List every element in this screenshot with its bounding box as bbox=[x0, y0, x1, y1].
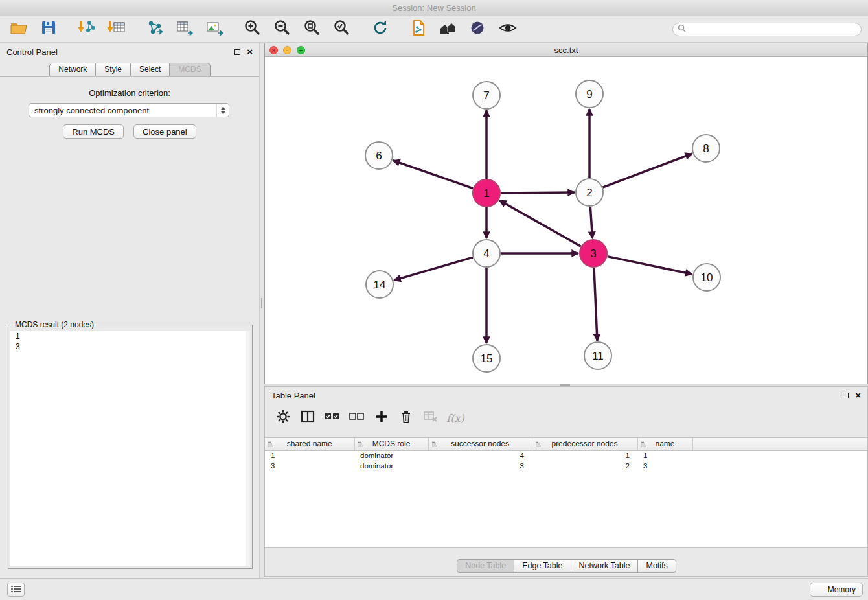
refresh-button[interactable] bbox=[368, 18, 393, 40]
tab-style[interactable]: Style bbox=[95, 63, 131, 76]
network-node-11[interactable]: 11 bbox=[584, 342, 611, 369]
float-panel-icon[interactable] bbox=[234, 49, 240, 55]
import-network-button[interactable] bbox=[74, 18, 99, 40]
network-edge-2-3[interactable] bbox=[590, 207, 592, 238]
table-row[interactable]: 3dominator323 bbox=[265, 461, 867, 471]
memory-button[interactable]: Memory bbox=[810, 583, 863, 597]
control-panel: Control Panel × Network Style Select MCD… bbox=[0, 43, 259, 578]
table-cell-successor-nodes[interactable]: 4 bbox=[428, 450, 532, 461]
delete-table-button[interactable] bbox=[422, 409, 440, 427]
close-panel-icon[interactable]: × bbox=[855, 391, 861, 400]
import-table-button[interactable] bbox=[104, 18, 129, 40]
network-edge-4-14[interactable] bbox=[394, 257, 473, 281]
show-hide-button[interactable] bbox=[496, 18, 520, 40]
network-edge-3-10[interactable] bbox=[608, 257, 692, 275]
close-panel-button[interactable]: Close panel bbox=[133, 124, 196, 139]
zoom-in-button[interactable] bbox=[240, 18, 265, 40]
function-builder-button[interactable]: f(x) bbox=[446, 409, 464, 427]
float-panel-icon[interactable] bbox=[843, 393, 849, 398]
tab-node-table[interactable]: Node Table bbox=[457, 559, 514, 573]
delete-column-button[interactable] bbox=[397, 409, 415, 427]
table-cell-successor-nodes[interactable]: 3 bbox=[428, 461, 532, 471]
search-box[interactable] bbox=[672, 23, 862, 36]
network-node-3[interactable]: 3 bbox=[580, 240, 607, 267]
network-graph[interactable]: 7968124314101511 bbox=[265, 57, 867, 384]
export-image-button[interactable] bbox=[202, 18, 227, 40]
home-neighbors-button[interactable] bbox=[436, 18, 461, 40]
deselect-all-rows-button[interactable] bbox=[348, 409, 366, 427]
titlebar[interactable]: Session: New Session bbox=[0, 0, 868, 16]
document-copy-icon bbox=[409, 18, 428, 40]
gear-icon bbox=[275, 409, 291, 427]
floppy-disk-icon bbox=[39, 18, 58, 40]
search-input[interactable] bbox=[689, 25, 856, 34]
network-edge-1-2[interactable] bbox=[501, 192, 575, 193]
table-cell-shared-name[interactable]: 3 bbox=[265, 461, 354, 471]
table-cell-predecessor-nodes[interactable]: 2 bbox=[532, 461, 637, 471]
tab-motifs[interactable]: Motifs bbox=[637, 559, 676, 573]
column-header-mcds-role[interactable]: MCDS role bbox=[354, 438, 428, 450]
table-cell-mcds-role[interactable]: dominator bbox=[354, 461, 428, 471]
table-settings-button[interactable] bbox=[274, 409, 292, 427]
select-all-rows-button[interactable] bbox=[323, 409, 341, 427]
table-cell-name[interactable]: 3 bbox=[637, 461, 692, 471]
zoom-fit-button[interactable] bbox=[300, 18, 325, 40]
table-cell-predecessor-nodes[interactable]: 1 bbox=[532, 450, 637, 461]
network-edge-2-8[interactable] bbox=[603, 154, 692, 187]
network-canvas[interactable]: 7968124314101511 bbox=[265, 57, 867, 384]
tab-select[interactable]: Select bbox=[130, 63, 170, 76]
table-cell-mcds-role[interactable]: dominator bbox=[354, 450, 428, 461]
new-network-button[interactable] bbox=[143, 18, 167, 40]
column-header-predecessor-nodes[interactable]: predecessor nodes bbox=[532, 438, 637, 450]
close-panel-icon[interactable]: × bbox=[247, 47, 253, 56]
tab-edge-table[interactable]: Edge Table bbox=[514, 559, 571, 573]
table-panel-title: Table Panel bbox=[271, 391, 315, 400]
save-session-button[interactable] bbox=[36, 18, 61, 40]
network-node-15[interactable]: 15 bbox=[473, 345, 500, 372]
mcds-result-list[interactable]: 13 bbox=[10, 331, 250, 566]
tab-network-table[interactable]: Network Table bbox=[571, 559, 639, 573]
network-edge-3-1[interactable] bbox=[499, 200, 581, 246]
network-node-9[interactable]: 9 bbox=[576, 80, 603, 108]
network-node-7[interactable]: 7 bbox=[473, 82, 500, 109]
minimize-window-button[interactable]: − bbox=[283, 46, 291, 54]
maximize-window-button[interactable]: + bbox=[297, 46, 305, 54]
network-node-2[interactable]: 2 bbox=[576, 179, 603, 206]
column-header-successor-nodes[interactable]: successor nodes bbox=[428, 438, 532, 450]
table-cell-shared-name[interactable]: 1 bbox=[265, 450, 354, 461]
task-history-button[interactable] bbox=[7, 583, 25, 597]
network-node-8[interactable]: 8 bbox=[692, 135, 720, 162]
run-mcds-button[interactable]: Run MCDS bbox=[63, 124, 124, 139]
network-node-1[interactable]: 1 bbox=[473, 179, 500, 207]
tab-network[interactable]: Network bbox=[49, 63, 96, 76]
network-edge-1-6[interactable] bbox=[393, 161, 474, 189]
column-header-filler bbox=[692, 438, 867, 450]
export-image-icon bbox=[205, 18, 224, 40]
add-column-button[interactable] bbox=[372, 409, 391, 427]
network-node-4[interactable]: 4 bbox=[473, 240, 500, 267]
zoom-selected-button[interactable] bbox=[330, 18, 354, 40]
show-columns-button[interactable] bbox=[299, 409, 317, 427]
network-node-6[interactable]: 6 bbox=[365, 142, 393, 169]
vertical-splitter[interactable] bbox=[259, 43, 264, 578]
style-button[interactable] bbox=[466, 18, 490, 40]
column-header-shared-name[interactable]: shared name bbox=[265, 438, 354, 450]
criterion-dropdown[interactable]: strongly connected component bbox=[29, 103, 229, 117]
open-session-button[interactable] bbox=[6, 18, 31, 40]
column-header-name[interactable]: name bbox=[637, 438, 692, 450]
network-window-titlebar[interactable]: × − + scc.txt bbox=[265, 43, 867, 57]
zoom-fit-icon bbox=[303, 18, 322, 40]
network-edge-3-11[interactable] bbox=[594, 268, 597, 341]
mcds-result-item[interactable]: 3 bbox=[10, 341, 246, 352]
close-window-button[interactable]: × bbox=[269, 46, 278, 54]
zoom-out-button[interactable] bbox=[270, 18, 295, 40]
network-node-10[interactable]: 10 bbox=[693, 264, 720, 291]
copy-document-button[interactable] bbox=[406, 18, 431, 40]
mcds-result-item[interactable]: 1 bbox=[10, 331, 246, 341]
table-cell-name[interactable]: 1 bbox=[637, 450, 692, 461]
control-panel-tabs: Network Style Select MCDS bbox=[0, 63, 259, 76]
table-row[interactable]: 1dominator411 bbox=[265, 450, 867, 461]
tab-mcds[interactable]: MCDS bbox=[169, 63, 210, 76]
export-table-button[interactable] bbox=[172, 18, 197, 40]
network-node-14[interactable]: 14 bbox=[366, 271, 393, 298]
